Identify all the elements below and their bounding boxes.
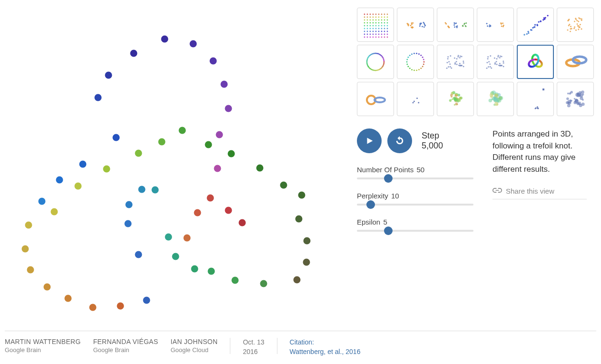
svg-point-450 — [458, 99, 461, 102]
svg-point-91 — [370, 25, 371, 27]
svg-point-130 — [378, 37, 380, 38]
play-button[interactable] — [357, 128, 382, 153]
svg-point-242 — [568, 20, 569, 21]
svg-point-343 — [501, 56, 502, 57]
thumbnail-tiny[interactable] — [397, 82, 434, 116]
slider-2[interactable] — [357, 230, 473, 232]
svg-point-516 — [566, 98, 569, 100]
svg-point-154 — [419, 25, 421, 27]
svg-point-123 — [384, 34, 385, 35]
svg-point-70 — [387, 17, 388, 18]
svg-point-360 — [490, 55, 491, 57]
example-thumbnail-grid — [357, 8, 596, 116]
thumbnail-link[interactable] — [357, 82, 394, 116]
svg-point-56 — [373, 14, 374, 15]
thumbnail-diag[interactable] — [517, 82, 554, 116]
thumbnail-gaussian-b[interactable] — [477, 45, 514, 79]
svg-point-32 — [25, 222, 32, 229]
svg-point-531 — [571, 100, 572, 102]
svg-point-9 — [179, 127, 186, 134]
svg-point-479 — [491, 98, 493, 100]
svg-point-77 — [381, 20, 383, 21]
svg-point-150 — [423, 22, 424, 23]
svg-point-233 — [578, 25, 580, 27]
thumbnail-two-clusters[interactable] — [397, 8, 434, 42]
svg-point-122 — [381, 34, 383, 35]
svg-point-208 — [540, 20, 541, 22]
svg-point-330 — [450, 55, 451, 57]
svg-point-275 — [376, 53, 377, 54]
svg-point-365 — [497, 56, 499, 58]
share-view-link[interactable]: Share this view — [493, 187, 587, 199]
svg-point-97 — [387, 25, 388, 27]
svg-point-22 — [152, 187, 159, 194]
svg-point-537 — [577, 94, 581, 98]
thumbnail-trefoil[interactable] — [517, 45, 554, 79]
svg-point-59 — [381, 14, 383, 15]
svg-point-251 — [379, 69, 380, 70]
svg-point-42 — [27, 266, 34, 274]
svg-point-95 — [381, 25, 383, 27]
main-scatter-plot — [5, 5, 338, 328]
thumbnail-grid[interactable] — [357, 8, 394, 42]
svg-point-446 — [455, 103, 458, 106]
thumbnail-circle-sparse[interactable] — [397, 45, 434, 79]
svg-point-301 — [416, 53, 417, 54]
svg-point-294 — [406, 64, 408, 65]
svg-point-20 — [75, 183, 82, 190]
svg-point-214 — [567, 29, 568, 30]
svg-point-496 — [535, 108, 537, 109]
svg-point-30 — [225, 207, 232, 214]
svg-point-3 — [210, 58, 217, 65]
svg-point-46 — [232, 277, 239, 284]
svg-point-14 — [228, 150, 235, 157]
svg-point-323 — [446, 62, 448, 63]
slider-0[interactable] — [357, 177, 473, 179]
restart-button[interactable] — [387, 128, 412, 153]
thumbnail-torus[interactable] — [557, 45, 594, 79]
svg-point-6 — [95, 94, 102, 101]
thumbnail-overlap[interactable] — [477, 82, 514, 116]
svg-point-39 — [135, 251, 142, 258]
svg-point-456 — [456, 95, 458, 97]
svg-point-455 — [455, 98, 458, 102]
link-icon — [493, 187, 502, 195]
svg-point-172 — [456, 26, 457, 27]
svg-point-230 — [581, 28, 582, 30]
svg-point-23 — [280, 182, 287, 189]
thumbnail-three-clusters[interactable] — [437, 8, 474, 42]
svg-point-110 — [373, 31, 374, 32]
svg-point-359 — [500, 65, 501, 66]
thumbnail-rose[interactable] — [437, 82, 474, 116]
thumbnail-linear[interactable] — [517, 8, 554, 42]
svg-point-331 — [454, 63, 456, 65]
svg-point-187 — [489, 24, 491, 26]
svg-point-35 — [165, 234, 172, 241]
svg-point-114 — [384, 31, 385, 32]
svg-point-191 — [500, 22, 502, 24]
svg-point-311 — [459, 57, 461, 59]
svg-point-332 — [456, 64, 458, 65]
thumbnail-blob[interactable] — [557, 8, 594, 42]
thumbnail-gaussian-a[interactable] — [437, 45, 474, 79]
svg-point-101 — [373, 28, 374, 30]
author: FERNANDA VIÉGASGoogle Brain — [93, 338, 158, 354]
thumbnail-sparse-clusters[interactable] — [477, 8, 514, 42]
svg-point-7 — [225, 105, 232, 112]
svg-point-178 — [463, 25, 464, 27]
svg-point-196 — [528, 32, 529, 34]
thumbnail-circle-dense[interactable] — [357, 45, 394, 79]
svg-point-128 — [373, 37, 374, 38]
slider-1[interactable] — [357, 204, 473, 206]
svg-point-298 — [409, 55, 411, 56]
svg-point-490 — [494, 98, 499, 102]
svg-point-99 — [367, 28, 368, 30]
citation-link[interactable]: Wattenberg, et al., 2016 — [290, 348, 361, 355]
svg-point-129 — [375, 37, 377, 38]
thumbnail-dense-blob[interactable] — [557, 82, 594, 116]
svg-point-491 — [496, 94, 499, 97]
svg-point-96 — [384, 25, 385, 27]
svg-point-74 — [373, 20, 374, 21]
svg-point-291 — [411, 69, 413, 70]
svg-point-75 — [375, 20, 377, 21]
